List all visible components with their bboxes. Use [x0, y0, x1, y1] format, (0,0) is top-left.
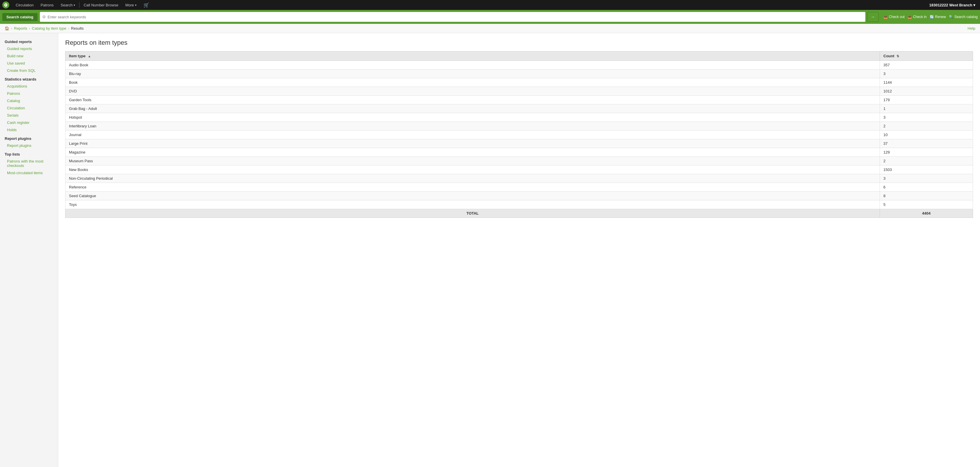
sort-count-icon: ⇅ [896, 54, 899, 58]
search-catalog-action[interactable]: 🔍 Search catalog [949, 15, 978, 19]
sidebar: Guided reports Guided reports Build new … [0, 33, 58, 467]
nav-search[interactable]: Search ▾ [57, 0, 79, 10]
table-row: Hotspot3 [65, 113, 973, 122]
count-cell: 357 [880, 61, 973, 70]
breadcrumb-reports[interactable]: Reports [14, 26, 27, 30]
breadcrumb-home[interactable]: 🏠 [5, 26, 9, 30]
table-row: Non-Circulating Periodical3 [65, 174, 973, 183]
item-type-cell: Garden Tools [65, 96, 880, 105]
sidebar-item-acquisitions[interactable]: Acquisitions [0, 83, 58, 90]
count-cell: 1 [880, 105, 973, 113]
checkout-icon: 📤 [883, 15, 888, 19]
sidebar-item-patrons-most-checkouts[interactable]: Patrons with the most checkouts [0, 157, 58, 169]
count-cell: 3 [880, 174, 973, 183]
item-type-cell: Book [65, 78, 880, 87]
table-row: DVD1012 [65, 87, 973, 96]
nav-circulation[interactable]: Circulation [12, 0, 37, 10]
item-type-cell: Museum Pass [65, 157, 880, 165]
report-table: Item type ▲ Count ⇅ Audio Book357Blu-ray… [65, 51, 973, 218]
count-cell: 179 [880, 96, 973, 105]
renew-icon: 🔄 [930, 15, 934, 19]
table-row: Seed Catalogue8 [65, 192, 973, 200]
table-row: Magazine129 [65, 148, 973, 157]
checkin-action[interactable]: 📥 Check in [908, 15, 927, 19]
table-row: Museum Pass2 [65, 157, 973, 165]
search-actions: 📤 Check out 📥 Check in 🔄 Renew 🔍 Search … [883, 15, 978, 19]
table-row: Reference6 [65, 183, 973, 192]
search-catalog-button[interactable]: Search catalog [2, 13, 38, 21]
table-row: Audio Book357 [65, 61, 973, 70]
count-cell: 1144 [880, 78, 973, 87]
item-type-cell: Journal [65, 130, 880, 139]
renew-action[interactable]: 🔄 Renew [930, 15, 946, 19]
total-label: TOTAL [65, 209, 880, 218]
sidebar-section-statistics-wizards-title: Statistics wizards [0, 74, 58, 83]
item-type-cell: Audio Book [65, 61, 880, 70]
sidebar-item-catalog[interactable]: Catalog [0, 97, 58, 105]
nav-divider-1 [79, 2, 80, 8]
table-body: Audio Book357Blu-ray3Book1144DVD1012Gard… [65, 61, 973, 209]
count-cell: 10 [880, 130, 973, 139]
top-navigation: Circulation Patrons Search ▾ Call Number… [0, 0, 980, 10]
count-cell: 5 [880, 200, 973, 209]
table-row: Book1144 [65, 78, 973, 87]
item-type-cell: Interlibrary Loan [65, 122, 880, 130]
column-header-item-type[interactable]: Item type ▲ [65, 51, 880, 61]
nav-cart[interactable]: 🛒 [140, 0, 153, 10]
sidebar-item-report-plugins[interactable]: Report plugins [0, 142, 58, 149]
search-bar: Search catalog ⚙ → 📤 Check out 📥 Check i… [0, 10, 980, 24]
table-row: Toys5 [65, 200, 973, 209]
table-row: Blu-ray3 [65, 70, 973, 78]
search-input[interactable] [48, 15, 863, 19]
nav-call-number-browse[interactable]: Call Number Browse [80, 0, 122, 10]
sidebar-item-create-from-sql[interactable]: Create from SQL [0, 67, 58, 74]
app-logo [2, 2, 9, 8]
count-cell: 3 [880, 70, 973, 78]
sidebar-item-build-new[interactable]: Build new [0, 52, 58, 60]
sort-item-type-icon: ▲ [88, 54, 91, 58]
sidebar-item-serials[interactable]: Serials [0, 112, 58, 119]
content-area: Reports on item types Item type ▲ Count … [58, 33, 980, 467]
table-row: Journal10 [65, 130, 973, 139]
column-header-count[interactable]: Count ⇅ [880, 51, 973, 61]
count-cell: 1012 [880, 87, 973, 96]
sidebar-item-use-saved[interactable]: Use saved [0, 60, 58, 67]
item-type-cell: Blu-ray [65, 70, 880, 78]
nav-more-arrow: ▾ [135, 3, 137, 7]
breadcrumb-current: Results [71, 26, 84, 30]
sidebar-section-report-plugins-title: Report plugins [0, 133, 58, 142]
breadcrumb: 🏠 › Reports › Catalog by item type › Res… [0, 24, 980, 33]
nav-search-arrow: ▾ [74, 3, 75, 7]
filter-icon[interactable]: ⚙ [42, 14, 46, 19]
search-input-wrapper: ⚙ [40, 12, 865, 22]
sidebar-section-guided-reports-title: Guided reports [0, 37, 58, 45]
checkout-action[interactable]: 📤 Check out [883, 15, 905, 19]
count-cell: 1503 [880, 165, 973, 174]
total-row: TOTAL 4404 [65, 209, 973, 218]
sidebar-item-patrons[interactable]: Patrons [0, 90, 58, 97]
item-type-cell: Grab Bag - Adult [65, 105, 880, 113]
nav-patrons[interactable]: Patrons [37, 0, 57, 10]
item-type-cell: Toys [65, 200, 880, 209]
sidebar-item-holds[interactable]: Holds [0, 126, 58, 133]
item-type-cell: Magazine [65, 148, 880, 157]
item-type-cell: Hotspot [65, 113, 880, 122]
sidebar-section-top-lists-title: Top lists [0, 149, 58, 157]
count-cell: 8 [880, 192, 973, 200]
table-row: Garden Tools179 [65, 96, 973, 105]
item-type-cell: New Books [65, 165, 880, 174]
nav-more[interactable]: More ▾ [122, 0, 140, 10]
sidebar-item-circulation[interactable]: Circulation [0, 105, 58, 112]
search-go-button[interactable]: → [867, 12, 879, 22]
sidebar-item-guided-reports[interactable]: Guided reports [0, 45, 58, 52]
table-row: Large Print37 [65, 139, 973, 148]
table-row: New Books1503 [65, 165, 973, 174]
sidebar-item-cash-register[interactable]: Cash register [0, 119, 58, 126]
item-type-cell: Reference [65, 183, 880, 192]
breadcrumb-help[interactable]: Help [967, 26, 975, 30]
breadcrumb-catalog[interactable]: Catalog by item type [32, 26, 67, 30]
count-cell: 129 [880, 148, 973, 157]
sidebar-item-most-circulated[interactable]: Most-circulated items [0, 169, 58, 176]
checkin-icon: 📥 [908, 15, 912, 19]
search-catalog-icon: 🔍 [949, 15, 953, 19]
